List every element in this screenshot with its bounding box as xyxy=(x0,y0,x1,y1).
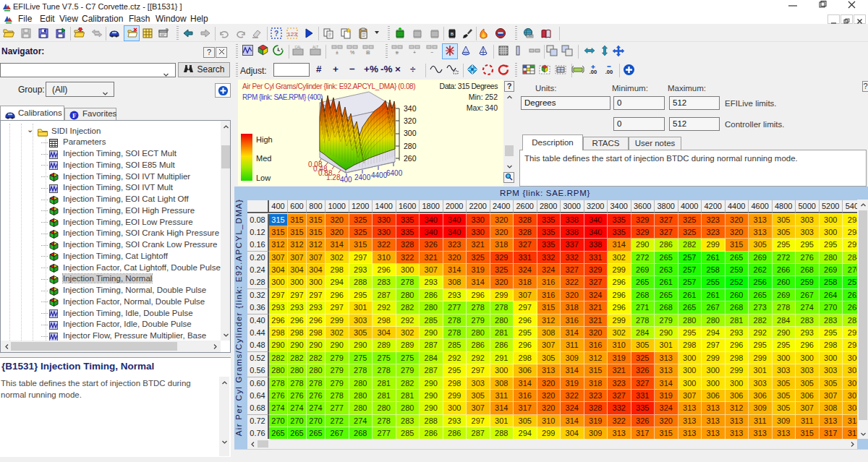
svg-text:CAL: CAL xyxy=(295,46,302,49)
svg-text:320: 320 xyxy=(404,116,417,125)
svg-text:280: 280 xyxy=(404,142,417,150)
svg-text:4400: 4400 xyxy=(371,171,388,179)
svg-text:F: F xyxy=(72,112,77,119)
svg-text:±: ± xyxy=(336,50,339,55)
svg-text:2400: 2400 xyxy=(354,174,371,181)
svg-text:.00: .00 xyxy=(605,69,613,75)
svg-text:?: ? xyxy=(274,30,278,38)
svg-text:−: − xyxy=(430,50,433,55)
svg-text:400: 400 xyxy=(340,176,352,184)
svg-text:%: % xyxy=(350,50,354,55)
svg-text:ALT: ALT xyxy=(312,46,318,49)
svg-text:B: B xyxy=(451,32,454,36)
svg-text:OBD: OBD xyxy=(527,35,533,38)
svg-text:123: 123 xyxy=(287,31,297,38)
svg-text:340: 340 xyxy=(404,104,417,113)
svg-text:260: 260 xyxy=(404,154,417,163)
svg-text:⊞: ⊞ xyxy=(366,50,370,55)
svg-text:300: 300 xyxy=(404,129,417,137)
svg-text:+: + xyxy=(413,50,416,55)
svg-text:⎈: ⎈ xyxy=(395,50,399,55)
svg-text:.00: .00 xyxy=(590,69,597,75)
svg-text:6400: 6400 xyxy=(386,169,403,177)
svg-text:1.28: 1.28 xyxy=(326,174,341,181)
